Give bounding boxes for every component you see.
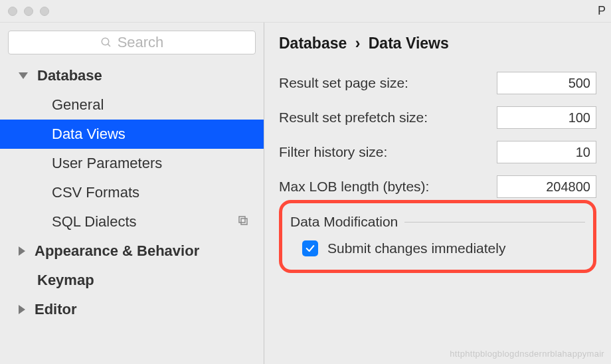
svg-rect-2 bbox=[241, 219, 247, 225]
sidebar-item-keymap[interactable]: Keymap bbox=[0, 266, 264, 295]
section-rule bbox=[404, 222, 585, 223]
sidebar-item-data-views[interactable]: Data Views bbox=[0, 120, 264, 149]
sidebar-item-sql-dialects[interactable]: SQL Dialects bbox=[0, 207, 264, 236]
breadcrumb: Database › Data Views bbox=[279, 35, 596, 52]
field-label: Result set prefetch size: bbox=[279, 110, 428, 126]
chevron-right-icon bbox=[19, 305, 25, 314]
sidebar-item-database[interactable]: Database bbox=[0, 61, 264, 90]
search-container: Search bbox=[0, 31, 264, 60]
window-close-button[interactable] bbox=[8, 7, 17, 16]
sidebar-item-appearance-behavior[interactable]: Appearance & Behavior bbox=[0, 236, 264, 266]
checkbox-checked-icon bbox=[302, 240, 318, 256]
window-minimize-button[interactable] bbox=[24, 7, 33, 16]
max-lob-input[interactable] bbox=[497, 175, 596, 198]
section-title: Data Modification bbox=[290, 214, 398, 230]
sidebar: Search Database General Data Views User … bbox=[0, 23, 264, 364]
svg-rect-3 bbox=[239, 217, 245, 223]
submit-changes-checkbox[interactable]: Submit changes immediately bbox=[290, 230, 585, 260]
field-result-set-prefetch-size: Result set prefetch size: bbox=[279, 100, 596, 135]
field-filter-history-size: Filter history size: bbox=[279, 135, 596, 169]
sidebar-item-label: Database bbox=[37, 67, 102, 84]
section-header-data-modification: Data Modification bbox=[290, 214, 585, 230]
search-input[interactable]: Search bbox=[8, 31, 256, 54]
app-body: Search Database General Data Views User … bbox=[0, 23, 611, 364]
window-title-fragment: P bbox=[598, 4, 606, 18]
field-label: Filter history size: bbox=[279, 144, 387, 160]
breadcrumb-separator: › bbox=[351, 35, 365, 52]
watermark-text: httphttpblogblogdnsdernrblahappymair bbox=[450, 349, 604, 359]
sidebar-item-label: Data Views bbox=[52, 126, 126, 143]
breadcrumb-parent: Database bbox=[279, 35, 347, 52]
field-max-lob-length: Max LOB length (bytes): bbox=[279, 169, 596, 204]
sidebar-item-label: User Parameters bbox=[52, 155, 162, 172]
breadcrumb-current: Data Views bbox=[369, 35, 449, 52]
chevron-right-icon bbox=[19, 246, 25, 256]
window-zoom-button[interactable] bbox=[40, 7, 49, 16]
sidebar-item-editor[interactable]: Editor bbox=[0, 295, 264, 324]
chevron-down-icon bbox=[19, 72, 28, 79]
sidebar-item-label: SQL Dialects bbox=[52, 213, 137, 230]
sidebar-item-label: Editor bbox=[35, 301, 77, 318]
sidebar-item-label: CSV Formats bbox=[52, 184, 139, 201]
copy-settings-icon bbox=[237, 213, 249, 230]
field-label: Result set page size: bbox=[279, 75, 408, 91]
sidebar-item-label: Appearance & Behavior bbox=[35, 242, 199, 260]
sidebar-item-label: General bbox=[52, 96, 104, 114]
filter-history-input[interactable] bbox=[497, 141, 596, 163]
sidebar-item-general[interactable]: General bbox=[0, 90, 264, 120]
sidebar-item-csv-formats[interactable]: CSV Formats bbox=[0, 178, 264, 207]
sidebar-item-user-parameters[interactable]: User Parameters bbox=[0, 149, 264, 178]
field-label: Max LOB length (bytes): bbox=[279, 179, 429, 195]
sidebar-item-label: Keymap bbox=[37, 272, 94, 289]
page-size-input[interactable] bbox=[497, 72, 596, 94]
titlebar: P bbox=[0, 0, 611, 23]
annotation-highlight: Data Modification Submit changes immedia… bbox=[279, 200, 596, 273]
field-result-set-page-size: Result set page size: bbox=[279, 66, 596, 100]
content-pane: Database › Data Views Result set page si… bbox=[264, 23, 611, 364]
settings-tree: Database General Data Views User Paramet… bbox=[0, 60, 264, 325]
checkbox-label: Submit changes immediately bbox=[327, 240, 505, 256]
prefetch-size-input[interactable] bbox=[497, 106, 596, 129]
